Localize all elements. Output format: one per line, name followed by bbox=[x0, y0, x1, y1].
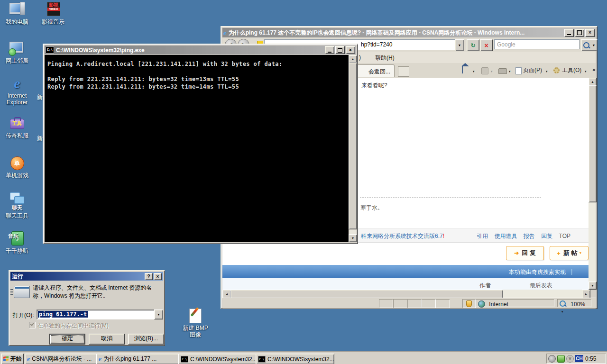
ie-close-button[interactable]: × bbox=[585, 29, 595, 37]
toolbox-icon-text: 工具 bbox=[9, 120, 26, 127]
address-text: hp?tid=7240 bbox=[361, 41, 392, 48]
reply-arrow-icon: ➜ bbox=[514, 250, 519, 256]
run-titlebar[interactable]: 运行 ? × bbox=[10, 272, 163, 281]
zoom-dropdown-icon[interactable]: ▾ bbox=[561, 310, 563, 313]
scrollbar-thumb[interactable] bbox=[589, 85, 597, 202]
status-cell bbox=[393, 299, 407, 308]
desktop-icon-legend-sifu[interactable]: 工具 传奇私服 bbox=[2, 116, 32, 139]
cmd-titlebar[interactable]: C:\ C:\WINDOWS\system32\ping.exe × bbox=[45, 46, 356, 55]
system-tray: V CH 0:55 bbox=[546, 354, 606, 364]
desktop-icon-chat-tools[interactable]: 聊天 聊天工具 bbox=[2, 192, 32, 219]
desktop-icon-single-games[interactable]: 单 单机游戏 bbox=[2, 155, 32, 179]
tray-app-icon[interactable] bbox=[557, 355, 565, 363]
search-button[interactable]: ▼ bbox=[581, 39, 598, 51]
taskbar-button-csna[interactable]: e CSNA网络分析论坛 - ... bbox=[25, 354, 99, 364]
ok-button[interactable]: 确定 bbox=[49, 334, 85, 345]
volume-icon[interactable] bbox=[548, 355, 556, 363]
top-link[interactable]: TOP bbox=[559, 233, 570, 239]
bmp-file-icon bbox=[187, 308, 204, 323]
cmd-icon: C:\ bbox=[46, 46, 54, 54]
scroll-down-icon[interactable]: ▼ bbox=[349, 234, 357, 242]
desktop-icon-internet-explorer[interactable]: e Internet Explorer bbox=[2, 76, 32, 106]
tools-dropdown-icon[interactable]: ▾ bbox=[585, 70, 587, 73]
new-tab-stub[interactable] bbox=[398, 66, 409, 77]
print-dropdown-icon[interactable]: ▾ bbox=[509, 70, 511, 73]
cmd-close-button[interactable]: × bbox=[346, 46, 355, 54]
refresh-icon[interactable]: ↻ bbox=[467, 39, 479, 51]
ie-minimize-button[interactable] bbox=[564, 29, 574, 37]
desktop-icon-label: 单机游戏 bbox=[2, 172, 32, 179]
ie-icon: e bbox=[223, 29, 227, 37]
run-description: 请键入程序、文件夹、文档或 Internet 资源的名称，Windows 将为您… bbox=[33, 284, 160, 300]
toolbar-overflow-chevron[interactable]: » bbox=[592, 66, 596, 73]
cancel-button[interactable]: 取消 bbox=[89, 334, 125, 345]
taskbar-button-cmd-1[interactable]: C:\ C:\WINDOWS\system32... bbox=[178, 354, 257, 364]
browse-button[interactable]: 浏览(B)... bbox=[128, 334, 164, 345]
home-icon[interactable] bbox=[462, 66, 463, 73]
input-language-indicator[interactable]: CH bbox=[575, 355, 583, 362]
status-cell bbox=[462, 299, 476, 308]
reply-link[interactable]: 回复 bbox=[541, 233, 552, 239]
home-dropdown-icon[interactable]: ▾ bbox=[473, 70, 475, 73]
status-cell bbox=[407, 299, 422, 308]
open-combobox[interactable]: ping 61.177.-t bbox=[37, 309, 155, 319]
tools-gear-icon[interactable] bbox=[553, 66, 560, 75]
zoom-control[interactable]: 100% ▾ bbox=[557, 299, 591, 307]
cmd-vertical-scrollbar[interactable]: ▲ ▼ bbox=[349, 55, 356, 242]
taskbar-button-cmd-2[interactable]: C:\ C:\WINDOWS\system32... bbox=[256, 354, 334, 364]
security-zone-cell: Internet bbox=[476, 299, 554, 307]
search-input[interactable]: Google bbox=[494, 39, 579, 49]
cmd-maximize-button[interactable] bbox=[335, 46, 345, 54]
desktop-icon-label: 聊天工具 bbox=[2, 212, 32, 219]
menu-help[interactable]: 帮助(H) bbox=[375, 54, 395, 62]
desktop-icon-media-music[interactable]: 影视VIDEO 影视音乐 bbox=[38, 2, 68, 25]
ie-horizontal-scrollbar[interactable]: ◄ ► bbox=[222, 290, 589, 298]
column-author: 作者 bbox=[479, 282, 491, 290]
feeds-icon[interactable] bbox=[481, 66, 488, 76]
cmd-output-line bbox=[47, 68, 349, 76]
game-icon: 单 bbox=[9, 155, 26, 171]
ie-vertical-scrollbar[interactable]: ▲ ▼ bbox=[589, 78, 596, 290]
desktop-icon-ttplayer[interactable]: ♪ 音乐 千千静听 bbox=[2, 231, 32, 254]
scroll-up-icon[interactable]: ▲ bbox=[589, 78, 597, 86]
scrollbar-thumb[interactable] bbox=[349, 63, 357, 229]
desktop-icon-new-bmp[interactable]: 新建 BMP 图像 bbox=[180, 308, 211, 338]
promo-link[interactable]: 科来网络分析系统技术交流版6.7! bbox=[361, 232, 444, 240]
props-link[interactable]: 使用道具 bbox=[495, 233, 517, 239]
help-icon[interactable]: ? bbox=[145, 273, 153, 280]
cmd-minimize-button[interactable] bbox=[325, 46, 334, 54]
search-dropdown-icon[interactable]: ▼ bbox=[592, 44, 596, 47]
scroll-up-icon[interactable]: ▲ bbox=[349, 55, 357, 63]
run-close-button[interactable]: × bbox=[154, 273, 162, 280]
separate-memory-checkbox: 在单独的内存空间中运行(M) bbox=[37, 322, 109, 330]
page-menu[interactable]: 页面(P) bbox=[523, 66, 542, 74]
search-feature-bar: 本功能由奇虎搜索实现 | bbox=[222, 265, 589, 278]
zoom-level: 100% bbox=[570, 301, 585, 308]
stop-icon[interactable]: × bbox=[480, 39, 493, 51]
desktop-icon-my-computer[interactable]: 我的电脑 bbox=[2, 2, 32, 25]
tools-menu[interactable]: 工具(O) bbox=[562, 66, 581, 74]
feeds-dropdown-icon[interactable]: ▾ bbox=[491, 70, 493, 73]
desktop-icon-network-places[interactable]: 网上邻居 bbox=[2, 41, 32, 64]
scroll-down-icon[interactable]: ▼ bbox=[589, 282, 597, 290]
desktop: 我的电脑 影视VIDEO 影视音乐 网上邻居 e Internet Explor… bbox=[0, 0, 607, 364]
reply-button[interactable]: ➜ 回 复 bbox=[506, 246, 544, 260]
new-post-dropdown-icon[interactable]: ▾ bbox=[579, 251, 581, 255]
ie-maximize-button[interactable] bbox=[575, 29, 584, 37]
page-menu-icon[interactable] bbox=[515, 66, 522, 76]
chat-icon: 聊天 bbox=[9, 192, 26, 211]
quote-link[interactable]: 引用 bbox=[477, 233, 488, 239]
taskbar-button-ping-topic[interactable]: e 为什么ping 61.177 ... bbox=[96, 354, 180, 364]
desktop-icon-label: 新建 BMP 图像 bbox=[180, 325, 211, 338]
ie-titlebar[interactable]: e 为什么ping 61.177 这个不完整的IP也会返回信息呢? - 网络基础… bbox=[222, 28, 596, 37]
address-dropdown-icon[interactable]: ▼ bbox=[455, 39, 464, 51]
page-dropdown-icon[interactable]: ▾ bbox=[546, 70, 548, 73]
new-post-button[interactable]: + 新 帖 ▾ bbox=[550, 246, 589, 260]
tray-v-icon[interactable]: V bbox=[566, 355, 574, 363]
open-value-selected: ping 61.177.-t bbox=[38, 311, 88, 318]
print-icon[interactable] bbox=[498, 66, 507, 75]
hidden-icon-label-fragment: 新 bbox=[37, 135, 43, 143]
open-dropdown-icon[interactable]: ▼ bbox=[154, 309, 163, 319]
start-button[interactable]: 开始 bbox=[1, 354, 24, 364]
report-link[interactable]: 报告 bbox=[524, 233, 535, 239]
